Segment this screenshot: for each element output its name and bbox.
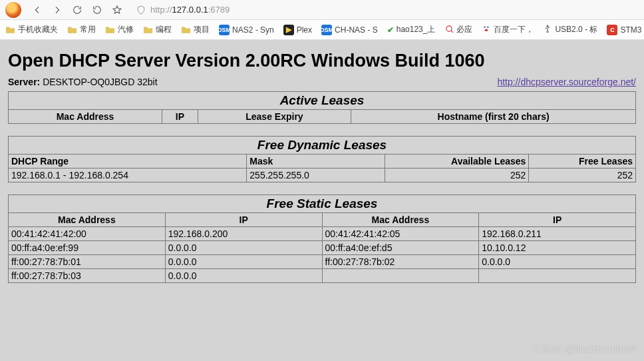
bookmark-label: 项目	[194, 24, 210, 35]
cell-ip1: 0.0.0.0	[165, 241, 322, 255]
bookmark-label: 手机收藏夹	[18, 24, 58, 35]
table-row: ff:00:27:78:7b:030.0.0.0	[9, 269, 636, 283]
page-title: Open DHCP Server Version 2.00RC Windows …	[8, 51, 636, 71]
column-header: Mask	[247, 155, 385, 169]
table-row: ff:00:27:78:7b:010.0.0.0ff:00:27:78:7b:0…	[9, 255, 636, 269]
bookmark-item[interactable]: 手机收藏夹	[3, 23, 61, 37]
reload-button[interactable]	[68, 1, 86, 19]
cell-ip1: 0.0.0.0	[165, 269, 322, 283]
back-button[interactable]	[28, 1, 47, 19]
chevron-right-icon	[52, 5, 63, 15]
table-row: 00:41:42:41:42:00192.168.0.20000:41:42:4…	[9, 227, 636, 241]
bookmark-label: 汽修	[118, 24, 134, 35]
column-header: Mac Address	[322, 213, 479, 227]
undo-button[interactable]	[88, 1, 106, 19]
usb-icon	[543, 24, 552, 35]
url-scheme: http://	[150, 5, 172, 15]
bookmark-item[interactable]: ✔hao123_上	[385, 23, 438, 37]
bookmark-label: 常用	[80, 24, 96, 35]
forward-button[interactable]	[48, 1, 67, 19]
cell-free: 252	[529, 169, 636, 182]
plex-icon: ▶	[283, 25, 294, 35]
watermark: CSDN @liuxizhen2009	[534, 343, 636, 354]
cell-ip2: 192.168.0.211	[479, 227, 636, 241]
column-header: Free Leases	[529, 155, 636, 169]
column-header: IP	[165, 213, 322, 227]
free-static-title: Free Static Leases	[9, 195, 636, 213]
browser-toolbar: http://127.0.0.1:6789	[0, 0, 644, 20]
svg-point-2	[484, 27, 486, 28]
bookmark-label: USB2.0 - 标	[555, 24, 597, 35]
favorite-button[interactable]	[108, 1, 126, 19]
cell-mac1: 00:41:42:41:42:00	[9, 227, 166, 241]
bookmark-item[interactable]: DSMNAS2 - Syn	[216, 23, 277, 37]
column-header: Lease Expiry	[198, 110, 351, 124]
column-header: IP	[479, 213, 636, 227]
bookmark-label: hao123_上	[397, 24, 436, 35]
bookmark-item[interactable]: 项目	[178, 23, 212, 37]
cell-ip1: 192.168.0.200	[165, 227, 322, 241]
bookmark-item[interactable]: DSMCH-NAS - S	[319, 23, 381, 37]
cell-mac1: 00:ff:a4:0e:ef:99	[9, 241, 166, 255]
active-leases-title: Active Leases	[9, 92, 636, 110]
bookmark-item[interactable]: ▶Plex	[281, 23, 315, 37]
bookmark-label: 必应	[456, 24, 472, 35]
server-info: Server: DESKTOP-OQ0JBGD 32bit	[8, 77, 158, 87]
svg-point-4	[485, 29, 488, 32]
shield-icon	[136, 5, 146, 15]
cell-mac1: ff:00:27:78:7b:03	[9, 269, 166, 283]
dsm-icon: DSM	[321, 25, 332, 35]
undo-icon	[92, 5, 102, 15]
bookmark-label: STM3	[620, 25, 641, 35]
chevron-left-icon	[32, 5, 43, 15]
server-label: Server:	[8, 77, 40, 87]
column-header: Mac Address	[9, 213, 166, 227]
bookmark-item[interactable]: USB2.0 - 标	[540, 23, 600, 37]
bookmark-item[interactable]: 常用	[65, 23, 98, 37]
bookmark-label: NAS2 - Syn	[232, 25, 274, 35]
cell-mac2: 00:41:42:41:42:05	[322, 227, 479, 241]
bookmark-label: CH-NAS - S	[335, 25, 378, 35]
bing-icon	[444, 24, 454, 35]
cell-ip1: 0.0.0.0	[165, 255, 322, 269]
cell-range: 192.168.0.1 - 192.168.0.254	[9, 169, 247, 182]
free-static-table: Free Static Leases Mac AddressIPMac Addr…	[8, 194, 636, 283]
baidu-icon	[482, 24, 491, 35]
bookmark-label: 百度一下，	[494, 24, 534, 35]
svg-line-1	[451, 31, 453, 33]
cell-available: 252	[385, 169, 529, 182]
bookmark-item[interactable]: 编程	[140, 23, 174, 37]
svg-point-3	[488, 27, 489, 28]
cell-ip2	[479, 269, 636, 283]
dsm-icon: DSM	[219, 25, 230, 35]
column-header: DHCP Range	[9, 155, 247, 169]
column-header: IP	[162, 110, 198, 124]
tab-favicon	[5, 2, 21, 18]
page-content: Open DHCP Server Version 2.00RC Windows …	[0, 40, 644, 361]
bookmark-item[interactable]: 百度一下，	[479, 23, 536, 37]
url-text: http://127.0.0.1:6789	[150, 5, 230, 15]
address-bar[interactable]: http://127.0.0.1:6789	[132, 2, 641, 18]
table-row: 192.168.0.1 - 192.168.0.254255.255.255.0…	[9, 169, 636, 182]
bookmark-item[interactable]: 汽修	[102, 23, 136, 37]
server-row: Server: DESKTOP-OQ0JBGD 32bit http://dhc…	[8, 77, 636, 87]
url-port: :6789	[208, 5, 230, 15]
cell-mac2: 00:ff:a4:0e:ef:d5	[322, 241, 479, 255]
cell-ip2: 0.0.0.0	[479, 255, 636, 269]
reload-icon	[72, 5, 82, 15]
project-link[interactable]: http://dhcpserver.sourceforge.net/	[497, 77, 636, 87]
cell-mask: 255.255.255.0	[247, 169, 385, 182]
cell-mac1: ff:00:27:78:7b:01	[9, 255, 166, 269]
column-header: Available Leases	[385, 155, 529, 169]
bookmark-label: Plex	[297, 25, 312, 35]
bookmark-item[interactable]: CSTM3	[604, 23, 644, 37]
table-row: 00:ff:a4:0e:ef:990.0.0.000:ff:a4:0e:ef:d…	[9, 241, 636, 255]
cell-ip2: 10.10.0.12	[479, 241, 636, 255]
hao-icon: ✔	[387, 25, 394, 35]
star-icon	[112, 5, 122, 15]
bookmark-item[interactable]: 必应	[442, 23, 475, 37]
cell-mac2: ff:00:27:78:7b:02	[322, 255, 479, 269]
active-leases-table: Active Leases Mac AddressIPLease ExpiryH…	[8, 91, 636, 124]
stm-icon: C	[607, 25, 617, 35]
bookmark-label: 编程	[156, 24, 172, 35]
